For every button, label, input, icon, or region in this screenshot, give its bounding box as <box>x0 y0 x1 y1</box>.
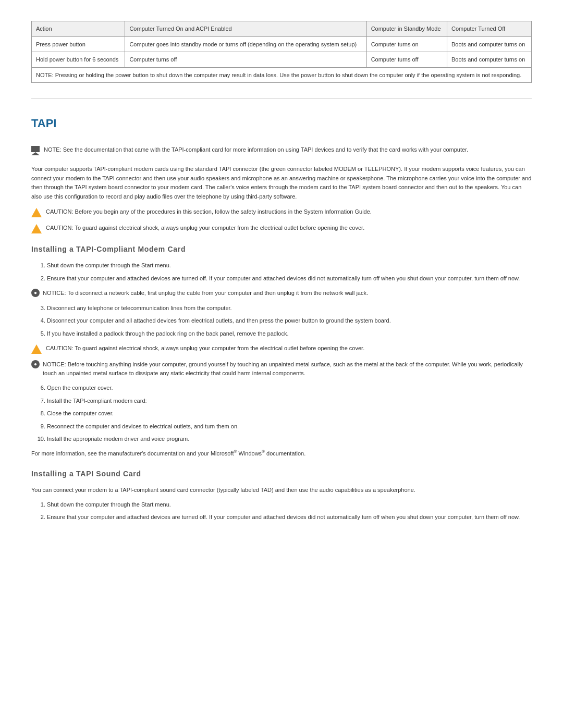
row2-col3: Computer turns off <box>366 52 447 68</box>
table-header-standby: Computer in Standby Mode <box>366 21 447 37</box>
sound-card-intro: You can connect your modem to a TAPI-com… <box>31 486 532 495</box>
caution-text-2: CAUTION: To guard against electrical sho… <box>46 224 364 232</box>
list-item: If you have installed a padlock through … <box>47 329 532 338</box>
tapi-body1: Your computer supports TAPI-compliant mo… <box>31 165 532 201</box>
tapi-heading: TAPI <box>31 115 532 132</box>
tapi-note-text: NOTE: See the documentation that came wi… <box>44 145 468 154</box>
modem-steps-list-2: Disconnect any telephone or telecommunic… <box>47 304 532 338</box>
modem-subheading: Installing a TAPI-Compliant Modem Card <box>31 244 532 255</box>
sound-steps-list: Shut down the computer through the Start… <box>47 500 532 522</box>
caution-text-1: CAUTION: Before you begin any of the pro… <box>46 207 372 216</box>
list-item: Disconnect your computer and all attache… <box>47 316 532 325</box>
row1-col4: Boots and computer turns on <box>447 36 532 52</box>
list-item: Ensure that your computer and attached d… <box>47 274 532 283</box>
modem-steps-list-3: Open the computer cover. Install the TAP… <box>47 384 532 405</box>
list-item: Reconnect the computer and devices to el… <box>47 422 532 431</box>
row1-col3: Computer turns on <box>366 36 447 52</box>
section-divider <box>31 98 532 99</box>
row2-action: Hold power button for 6 seconds <box>32 52 125 68</box>
table-row: Press power button Computer goes into st… <box>32 36 532 52</box>
tapi-note-box: NOTE: See the documentation that came wi… <box>31 142 532 158</box>
modem-steps-list-4: Close the computer cover. Reconnect the … <box>47 409 532 443</box>
list-item: Ensure that your computer and attached d… <box>47 513 532 522</box>
table-header-action: Action <box>32 21 125 37</box>
caution-icon-2 <box>31 224 42 233</box>
row2-col4: Boots and computer turns on <box>447 52 532 68</box>
notice-text-2: NOTICE: Before touching anything inside … <box>43 360 532 377</box>
note-icon <box>31 146 40 155</box>
list-item: Shut down the computer through the Start… <box>47 500 532 509</box>
notice-box-1: ● NOTICE: To disconnect a network cable,… <box>31 289 532 298</box>
caution-icon-3 <box>31 344 42 354</box>
power-table: Action Computer Turned On and ACPI Enabl… <box>31 21 532 83</box>
notice-text-1: NOTICE: To disconnect a network cable, f… <box>43 289 368 298</box>
caution-text-3: CAUTION: To guard against electrical sho… <box>46 344 364 353</box>
row1-action: Press power button <box>32 36 125 52</box>
notice-icon-1: ● <box>31 289 40 297</box>
row2-col2: Computer turns off <box>125 52 366 68</box>
list-item: Shut down the computer through the Start… <box>47 261 532 270</box>
caution-box-1: CAUTION: Before you begin any of the pro… <box>31 207 532 217</box>
notice-box-2: ● NOTICE: Before touching anything insid… <box>31 360 532 377</box>
table-note: NOTE: Pressing or holding the power butt… <box>32 67 532 83</box>
caution-box-2: CAUTION: To guard against electrical sho… <box>31 224 532 233</box>
caution-box-3: CAUTION: To guard against electrical sho… <box>31 344 532 354</box>
row1-col2: Computer goes into standby mode or turns… <box>125 36 366 52</box>
list-item: Open the computer cover. <box>47 384 532 392</box>
table-note-row: NOTE: Pressing or holding the power butt… <box>32 67 532 83</box>
notice-icon-2: ● <box>31 360 40 368</box>
table-header-on: Computer Turned On and ACPI Enabled <box>125 21 366 37</box>
table-row: Hold power button for 6 seconds Computer… <box>32 52 532 68</box>
sound-card-subheading: Installing a TAPI Sound Card <box>31 468 532 479</box>
list-item: Close the computer cover. <box>47 409 532 418</box>
list-item: Disconnect any telephone or telecommunic… <box>47 304 532 313</box>
list-item: Install the TAPI-compliant modem card: <box>47 397 532 405</box>
more-info-text: For more information, see the manufactur… <box>31 449 532 458</box>
caution-icon-1 <box>31 208 42 217</box>
table-header-off: Computer Turned Off <box>447 21 532 37</box>
list-item: Install the appropriate modem driver and… <box>47 435 532 443</box>
modem-steps-list: Shut down the computer through the Start… <box>47 261 532 282</box>
